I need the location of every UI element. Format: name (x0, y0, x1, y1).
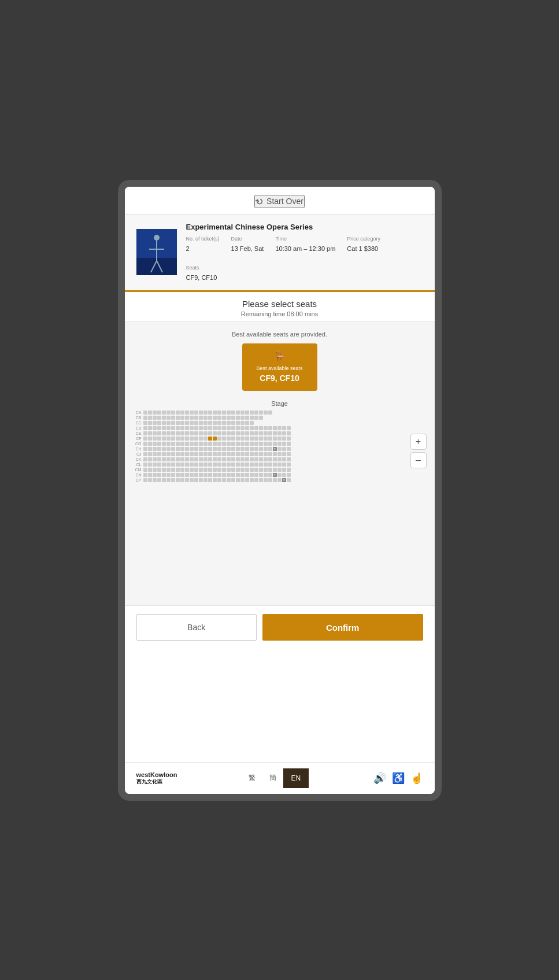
seat[interactable] (217, 437, 221, 441)
seat[interactable] (180, 463, 184, 467)
seat[interactable] (287, 426, 291, 430)
seat[interactable] (264, 447, 268, 451)
seat[interactable] (203, 473, 208, 477)
seat[interactable] (240, 442, 245, 446)
seat[interactable] (208, 411, 212, 415)
seat[interactable] (250, 447, 254, 451)
seat[interactable] (153, 416, 157, 420)
seat[interactable] (148, 416, 152, 420)
seat[interactable] (287, 447, 291, 451)
seat[interactable] (176, 437, 180, 441)
seat[interactable] (194, 431, 198, 435)
seat[interactable] (143, 478, 147, 482)
seat[interactable] (171, 411, 175, 415)
seat[interactable] (157, 447, 161, 451)
seat[interactable] (282, 473, 286, 477)
seat[interactable] (162, 447, 166, 451)
seat[interactable] (153, 431, 157, 435)
best-available-seats-button[interactable]: 🪑 Best available seats CF9, CF10 (242, 343, 317, 391)
seat[interactable] (240, 431, 245, 435)
seat[interactable] (250, 431, 254, 435)
zoom-in-button[interactable]: + (410, 434, 427, 450)
seat[interactable] (153, 468, 157, 472)
seat[interactable] (227, 457, 231, 461)
lang-simplified-button[interactable]: 簡 (262, 768, 283, 787)
seat[interactable] (259, 478, 263, 482)
seat[interactable] (157, 478, 161, 482)
seat[interactable] (287, 463, 291, 467)
seat[interactable] (282, 437, 286, 441)
seat[interactable] (148, 421, 152, 425)
seat[interactable] (157, 468, 161, 472)
seat[interactable] (268, 411, 272, 415)
seat[interactable] (194, 421, 198, 425)
seat[interactable] (217, 478, 221, 482)
seat[interactable] (254, 478, 258, 482)
seat[interactable] (240, 473, 245, 477)
seat[interactable] (143, 411, 147, 415)
seat[interactable] (236, 421, 240, 425)
seat[interactable] (250, 411, 254, 415)
seat[interactable] (148, 478, 152, 482)
seat[interactable] (217, 431, 221, 435)
seat[interactable] (245, 447, 249, 451)
seat[interactable] (148, 437, 152, 441)
seat[interactable] (273, 463, 277, 467)
seat[interactable] (254, 447, 258, 451)
seat[interactable] (148, 431, 152, 435)
seat[interactable] (287, 442, 291, 446)
seat[interactable] (264, 442, 268, 446)
seat[interactable] (208, 468, 212, 472)
seat[interactable] (282, 452, 286, 456)
seat[interactable] (213, 457, 217, 461)
seat[interactable] (162, 411, 166, 415)
seat[interactable]: ✕ (273, 447, 277, 451)
seat[interactable] (203, 411, 208, 415)
seat[interactable] (250, 457, 254, 461)
seat[interactable] (259, 473, 263, 477)
seat[interactable] (231, 421, 235, 425)
seat[interactable] (227, 452, 231, 456)
seat[interactable] (231, 463, 235, 467)
seat[interactable] (250, 426, 254, 430)
seat[interactable] (203, 431, 208, 435)
confirm-button[interactable]: Confirm (262, 614, 423, 641)
seat[interactable] (236, 437, 240, 441)
audio-icon[interactable]: 🔊 (373, 772, 386, 785)
seat[interactable] (143, 442, 147, 446)
seat[interactable] (190, 447, 194, 451)
seat[interactable] (236, 447, 240, 451)
seat[interactable] (171, 416, 175, 420)
seat[interactable] (222, 421, 226, 425)
seat[interactable] (268, 452, 272, 456)
seat[interactable] (231, 457, 235, 461)
seat[interactable] (143, 447, 147, 451)
seat[interactable]: ✕ (273, 473, 277, 477)
seat[interactable] (213, 463, 217, 467)
seat[interactable] (254, 437, 258, 441)
seat[interactable] (217, 468, 221, 472)
seat[interactable] (157, 437, 161, 441)
seat[interactable] (194, 452, 198, 456)
seat[interactable] (213, 473, 217, 477)
seat[interactable] (143, 437, 147, 441)
seat[interactable] (199, 468, 203, 472)
seat[interactable] (227, 426, 231, 430)
seat[interactable] (176, 463, 180, 467)
seat[interactable] (203, 426, 208, 430)
seat[interactable] (273, 437, 277, 441)
seat[interactable] (227, 468, 231, 472)
seat[interactable] (259, 431, 263, 435)
seat[interactable] (162, 452, 166, 456)
seat[interactable] (277, 452, 282, 456)
seat[interactable] (153, 478, 157, 482)
seat[interactable] (217, 416, 221, 420)
seat[interactable] (231, 431, 235, 435)
seat[interactable] (208, 447, 212, 451)
seat[interactable] (213, 437, 217, 441)
seat[interactable] (171, 437, 175, 441)
seat[interactable] (277, 457, 282, 461)
seat[interactable] (190, 416, 194, 420)
seat[interactable] (277, 478, 282, 482)
seat[interactable] (227, 442, 231, 446)
